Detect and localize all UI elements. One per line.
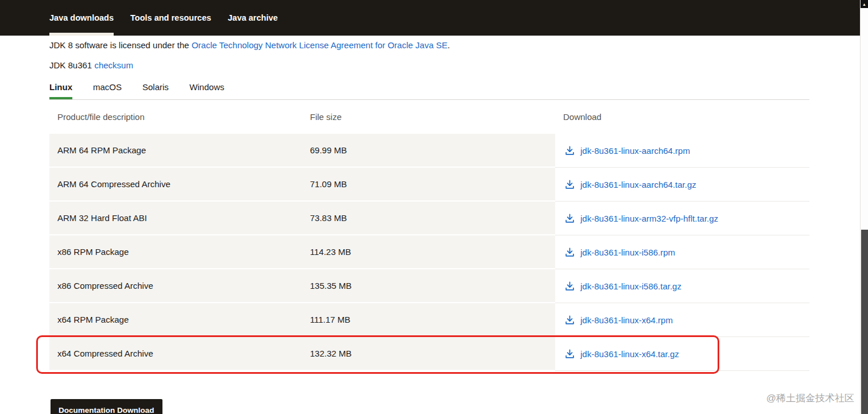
checksum-prefix: JDK 8u361 xyxy=(49,60,94,70)
file-size-cell: 69.99 MB xyxy=(302,134,555,168)
download-icon xyxy=(564,281,575,292)
download-filename: jdk-8u361-linux-x64.rpm xyxy=(580,315,673,325)
column-header-download: Download xyxy=(555,112,809,122)
download-cell: jdk-8u361-linux-arm32-vfp-hflt.tar.gz xyxy=(555,202,809,235)
scrollbar-thumb[interactable] xyxy=(861,230,868,414)
download-link[interactable]: jdk-8u361-linux-x64.tar.gz xyxy=(564,349,679,359)
table-row: ARM 64 RPM Package 69.99 MB jdk-8u361-li… xyxy=(49,134,809,168)
file-size-cell: 114.23 MB xyxy=(302,235,555,269)
download-icon xyxy=(564,213,575,224)
download-filename: jdk-8u361-linux-arm32-vfp-hflt.tar.gz xyxy=(580,214,718,223)
download-filename: jdk-8u361-linux-aarch64.tar.gz xyxy=(580,180,696,189)
nav-tab-label: Java downloads xyxy=(49,13,114,22)
active-tab-indicator xyxy=(49,33,114,36)
table-row: ARM 64 Compressed Archive 71.09 MB jdk-8… xyxy=(49,168,809,202)
table-row: x86 Compressed Archive 135.35 MB jdk-8u3… xyxy=(49,269,809,303)
download-link[interactable]: jdk-8u361-linux-aarch64.tar.gz xyxy=(564,179,696,190)
download-filename: jdk-8u361-linux-aarch64.rpm xyxy=(580,146,690,156)
os-tab-macos[interactable]: macOS xyxy=(93,81,122,99)
download-icon xyxy=(564,179,575,190)
os-tab-linux[interactable]: Linux xyxy=(49,81,72,99)
download-cell: jdk-8u361-linux-i586.rpm xyxy=(555,235,809,269)
os-tab-windows[interactable]: Windows xyxy=(189,81,224,99)
file-size-cell: 111.17 MB xyxy=(302,303,555,337)
product-description-cell: x86 RPM Package xyxy=(49,235,302,269)
product-description-cell: x86 Compressed Archive xyxy=(49,269,302,303)
table-row: ARM 32 Hard Float ABI 73.83 MB jdk-8u361… xyxy=(49,202,809,235)
license-prefix: JDK 8 software is licensed under the xyxy=(49,40,192,50)
download-icon xyxy=(564,349,575,359)
scrollbar[interactable]: ▲ xyxy=(860,0,868,414)
product-description-cell: ARM 64 Compressed Archive xyxy=(49,168,302,202)
table-row: x64 RPM Package 111.17 MB jdk-8u361-linu… xyxy=(49,303,809,337)
checksum-link[interactable]: checksum xyxy=(94,60,133,70)
table-row-highlighted: x64 Compressed Archive 132.32 MB jdk-8u3… xyxy=(49,337,809,371)
product-description-cell: x64 RPM Package xyxy=(49,303,302,337)
download-cell: jdk-8u361-linux-aarch64.tar.gz xyxy=(555,168,809,202)
download-link[interactable]: jdk-8u361-linux-i586.tar.gz xyxy=(564,281,681,292)
table-header-row: Product/file description File size Downl… xyxy=(49,100,809,134)
documentation-download-button[interactable]: Documentation Download xyxy=(51,399,162,414)
download-link[interactable]: jdk-8u361-linux-arm32-vfp-hflt.tar.gz xyxy=(564,213,718,224)
watermark: @稀土掘金技术社区 xyxy=(766,392,854,405)
downloads-table: Product/file description File size Downl… xyxy=(49,100,809,371)
download-cell: jdk-8u361-linux-x64.tar.gz xyxy=(555,337,809,371)
product-description-cell: ARM 64 RPM Package xyxy=(49,134,302,168)
download-filename: jdk-8u361-linux-i586.rpm xyxy=(580,247,675,257)
download-link[interactable]: jdk-8u361-linux-i586.rpm xyxy=(564,247,675,258)
table-row: x86 RPM Package 114.23 MB jdk-8u361-linu… xyxy=(49,235,809,269)
scroll-up-arrow-icon: ▲ xyxy=(862,2,866,6)
column-header-description: Product/file description xyxy=(49,112,302,122)
nav-tab-java-downloads[interactable]: Java downloads xyxy=(49,0,114,36)
download-filename: jdk-8u361-linux-x64.tar.gz xyxy=(580,349,679,359)
nav-tab-label: Java archive xyxy=(228,13,278,22)
download-cell: jdk-8u361-linux-x64.rpm xyxy=(555,303,809,337)
os-tab-bar: Linux macOS Solaris Windows xyxy=(49,81,809,100)
nav-tab-java-archive[interactable]: Java archive xyxy=(228,0,278,36)
top-navigation: Java downloads Tools and resources Java … xyxy=(0,0,868,36)
download-icon xyxy=(564,247,575,258)
license-suffix: . xyxy=(447,40,450,50)
os-tab-solaris[interactable]: Solaris xyxy=(142,81,169,99)
checksum-text: JDK 8u361 checksum xyxy=(49,59,809,72)
file-size-cell: 73.83 MB xyxy=(302,202,555,235)
license-agreement-link[interactable]: Oracle Technology Network License Agreem… xyxy=(192,40,448,50)
nav-tab-label: Tools and resources xyxy=(130,13,211,22)
download-cell: jdk-8u361-linux-i586.tar.gz xyxy=(555,269,809,303)
scroll-up-button[interactable]: ▲ xyxy=(861,0,868,8)
download-icon xyxy=(564,145,575,156)
download-link[interactable]: jdk-8u361-linux-aarch64.rpm xyxy=(564,145,690,156)
nav-tab-tools-and-resources[interactable]: Tools and resources xyxy=(130,0,211,36)
column-header-file-size: File size xyxy=(302,112,555,122)
license-text: JDK 8 software is licensed under the Ora… xyxy=(49,39,809,52)
download-cell: jdk-8u361-linux-aarch64.rpm xyxy=(555,134,809,168)
file-size-cell: 135.35 MB xyxy=(302,269,555,303)
download-icon xyxy=(564,315,575,326)
main-content: JDK 8 software is licensed under the Ora… xyxy=(49,39,809,414)
file-size-cell: 71.09 MB xyxy=(302,168,555,202)
download-link[interactable]: jdk-8u361-linux-x64.rpm xyxy=(564,315,673,326)
product-description-cell: ARM 32 Hard Float ABI xyxy=(49,202,302,235)
file-size-cell: 132.32 MB xyxy=(302,337,555,371)
download-filename: jdk-8u361-linux-i586.tar.gz xyxy=(580,281,681,291)
product-description-cell: x64 Compressed Archive xyxy=(49,337,302,371)
